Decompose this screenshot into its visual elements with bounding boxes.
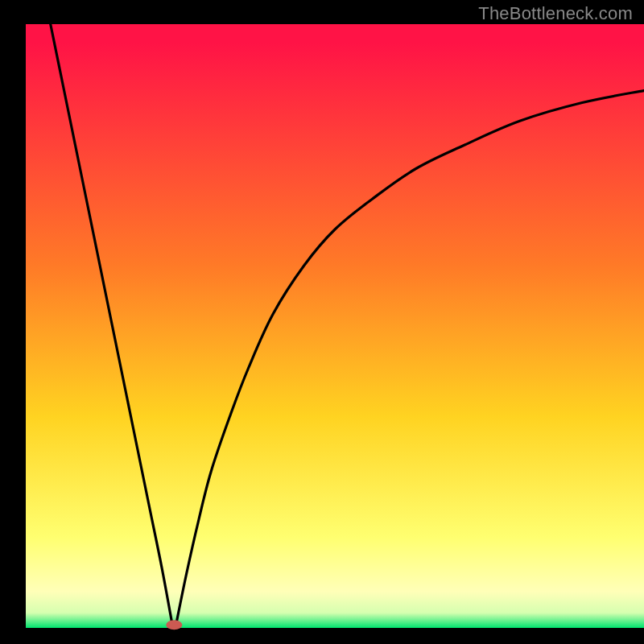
chart-frame: TheBottleneck.com [0,0,644,644]
bottleneck-chart [0,0,644,644]
plot-background [26,24,644,628]
optimum-marker [166,620,182,630]
